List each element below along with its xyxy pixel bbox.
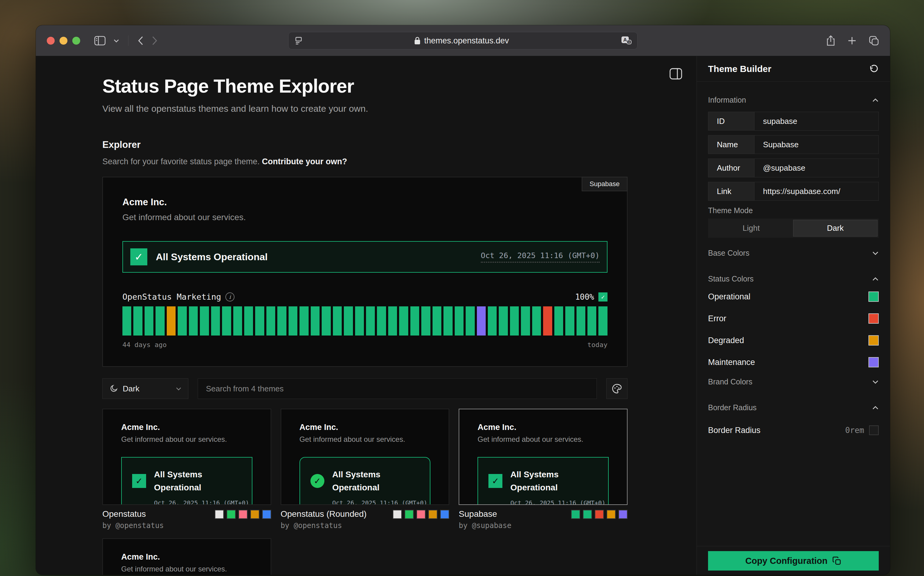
uptime-bar-operational[interactable] [588, 306, 596, 336]
color-swatch [239, 510, 248, 519]
theme-card-supabase[interactable]: Acme Inc. Get informed about our service… [459, 409, 628, 505]
sidebar-title: Theme Builder [708, 64, 771, 74]
uptime-bar-operational[interactable] [598, 306, 607, 336]
range-start-label: 44 days ago [122, 341, 167, 349]
uptime-bar-operational[interactable] [288, 306, 297, 336]
copy-icon [832, 556, 841, 565]
uptime-bar-operational[interactable] [576, 306, 585, 336]
status-timestamp[interactable]: Oct 26, 2025 11:16 (GMT+0) [481, 251, 600, 262]
uptime-bar-operational[interactable] [155, 306, 164, 336]
uptime-bar-operational[interactable] [410, 306, 419, 336]
uptime-bar-operational[interactable] [277, 306, 286, 336]
theme-card-partial[interactable]: Acme Inc. Get informed about our service… [102, 538, 271, 575]
uptime-bar-operational[interactable] [565, 306, 574, 336]
sidebar-toggle-icon[interactable] [94, 36, 106, 46]
info-icon[interactable]: i [226, 293, 234, 301]
error-color-swatch[interactable] [868, 314, 879, 324]
name-field[interactable]: Supabase [754, 135, 878, 154]
page-format-icon[interactable] [294, 36, 303, 45]
uptime-bar-operational[interactable] [455, 306, 463, 336]
banner-line1: All Systems [510, 470, 559, 479]
status-colors-section-header[interactable]: Status Colors [708, 275, 879, 283]
uptime-bar-operational[interactable] [178, 306, 186, 336]
uptime-bar-operational[interactable] [333, 306, 342, 336]
uptime-bar-operational[interactable] [377, 306, 386, 336]
uptime-tracker[interactable] [122, 306, 607, 336]
uptime-bar-operational[interactable] [244, 306, 253, 336]
forward-button[interactable] [152, 36, 158, 46]
author-field[interactable]: @supabase [754, 159, 878, 177]
toolbar-divider [128, 35, 128, 46]
theme-card-openstatus[interactable]: Acme Inc. Get informed about our service… [102, 409, 271, 505]
panel-toggle-icon[interactable] [669, 68, 682, 80]
theme-preview-card: Supabase Acme Inc. Get informed about ou… [102, 177, 628, 367]
operational-color-swatch[interactable] [868, 291, 879, 302]
translate-icon[interactable]: A x [620, 36, 632, 46]
uptime-bar-operational[interactable] [421, 306, 430, 336]
uptime-bar-operational[interactable] [399, 306, 408, 336]
chevron-down-icon[interactable] [114, 39, 119, 43]
uptime-bar-operational[interactable] [344, 306, 353, 336]
uptime-bar-operational[interactable] [499, 306, 508, 336]
tab-overview-icon[interactable] [869, 35, 879, 46]
link-field[interactable]: https://supabase.com/ [754, 182, 878, 200]
theme-mode-dropdown[interactable]: Dark [102, 378, 188, 399]
close-window-button[interactable] [47, 37, 54, 45]
new-tab-icon[interactable] [847, 36, 857, 45]
card-tagline: Get informed about our services. [477, 435, 609, 443]
uptime-bar-operational[interactable] [233, 306, 242, 336]
uptime-bar-operational[interactable] [122, 306, 131, 336]
uptime-bar-operational[interactable] [311, 306, 320, 336]
base-colors-section-header[interactable]: Base Colors [708, 249, 879, 258]
color-swatch [250, 510, 259, 519]
uptime-bar-operational[interactable] [510, 306, 519, 336]
uptime-bar-operational[interactable] [189, 306, 198, 336]
uptime-bar-operational[interactable] [554, 306, 563, 336]
information-label: Information [708, 96, 746, 104]
uptime-bar-operational[interactable] [255, 306, 264, 336]
back-button[interactable] [138, 36, 144, 46]
uptime-bar-operational[interactable] [299, 306, 308, 336]
uptime-bar-error[interactable] [543, 306, 552, 336]
uptime-bar-operational[interactable] [355, 306, 364, 336]
uptime-bar-operational[interactable] [432, 306, 441, 336]
zoom-window-button[interactable] [72, 37, 80, 45]
uptime-bar-operational[interactable] [133, 306, 142, 336]
border-radius-input[interactable] [869, 426, 879, 435]
copy-configuration-button[interactable]: Copy Configuration [708, 551, 879, 571]
uptime-bar-operational[interactable] [388, 306, 397, 336]
theme-search-input[interactable] [198, 378, 597, 399]
uptime-bar-operational[interactable] [466, 306, 474, 336]
uptime-bar-operational[interactable] [222, 306, 231, 336]
uptime-bar-operational[interactable] [266, 306, 275, 336]
address-bar[interactable]: themes.openstatus.dev A x [288, 32, 637, 50]
theme-card-openstatus-rounded[interactable]: Acme Inc. Get informed about our service… [281, 409, 450, 505]
uptime-bar-maintenance[interactable] [477, 306, 486, 336]
degraded-color-swatch[interactable] [868, 335, 879, 346]
uptime-bar-degraded[interactable] [167, 306, 176, 336]
brand-colors-section-header[interactable]: Brand Colors [708, 378, 879, 386]
uptime-bar-operational[interactable] [532, 306, 541, 336]
border-radius-section-header[interactable]: Border Radius [708, 403, 879, 412]
light-mode-option[interactable]: Light [709, 220, 793, 237]
uptime-bar-operational[interactable] [144, 306, 154, 336]
uptime-bar-operational[interactable] [200, 306, 209, 336]
information-section-header[interactable]: Information [708, 96, 879, 104]
dark-mode-option[interactable]: Dark [793, 220, 878, 237]
uptime-bar-operational[interactable] [211, 306, 220, 336]
uptime-bar-operational[interactable] [366, 306, 375, 336]
uptime-bar-operational[interactable] [322, 306, 330, 336]
uptime-bar-operational[interactable] [444, 306, 452, 336]
palette-button[interactable] [606, 378, 628, 399]
id-field[interactable]: supabase [754, 112, 878, 130]
copy-configuration-label: Copy Configuration [745, 556, 828, 566]
uptime-bar-operational[interactable] [488, 306, 496, 336]
uptime-bar-operational[interactable] [521, 306, 530, 336]
share-icon[interactable] [826, 35, 835, 46]
reset-icon[interactable] [869, 64, 879, 74]
palette-icon [612, 384, 622, 394]
contribute-link[interactable]: Contribute your own? [262, 157, 347, 166]
maintenance-color-swatch[interactable] [868, 357, 879, 367]
minimize-window-button[interactable] [59, 37, 67, 45]
info-row-link: Link https://supabase.com/ [708, 182, 879, 201]
